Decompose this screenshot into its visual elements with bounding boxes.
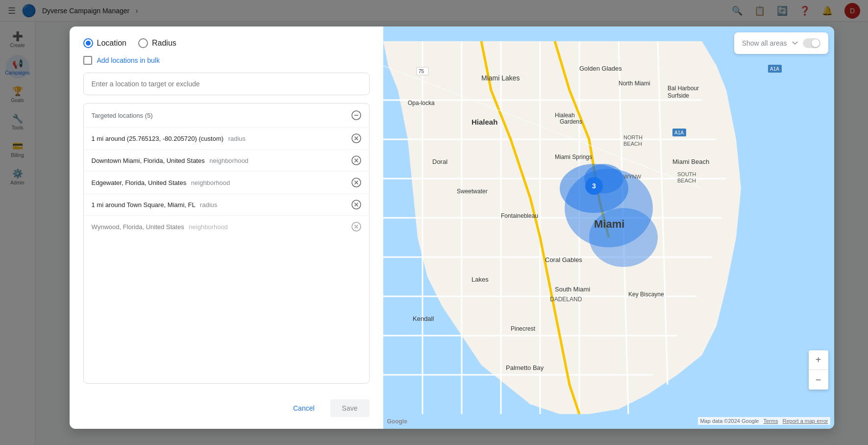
svg-text:Lakes: Lakes	[471, 276, 489, 283]
svg-text:Sweetwater: Sweetwater	[457, 188, 488, 195]
bulk-add-checkbox[interactable]	[83, 56, 92, 65]
svg-text:Miami: Miami	[594, 218, 624, 230]
svg-text:Fontainebleau: Fontainebleau	[501, 212, 538, 219]
remove-location-2-button[interactable]	[351, 156, 361, 165]
location-item-text: 1 mi around (25.765123, -80.205720) (cus…	[92, 135, 246, 142]
svg-text:Miami Beach: Miami Beach	[672, 158, 709, 165]
locations-count-label: Targeted locations (5)	[92, 112, 153, 119]
svg-text:A1A: A1A	[674, 130, 684, 135]
map-svg: Miami Lakes Golden Glades Bal Harbour Su…	[383, 26, 834, 429]
map-attribution: Map data ©2024 Google Terms Report a map…	[698, 417, 830, 425]
svg-text:Key Biscayne: Key Biscayne	[628, 291, 664, 298]
location-search-input[interactable]	[92, 80, 361, 88]
location-item-text: 1 mi around Town Square, Miami, FL radiu…	[92, 201, 218, 209]
svg-text:Bal Harbour: Bal Harbour	[668, 85, 699, 92]
svg-text:75: 75	[419, 69, 424, 74]
table-row: Edgewater, Florida, United States neighb…	[84, 172, 369, 194]
svg-text:A1A: A1A	[770, 66, 779, 72]
table-row: 1 mi around (25.765123, -80.205720) (cus…	[84, 128, 369, 150]
zoom-out-button[interactable]: −	[809, 370, 828, 390]
location-type: radius	[200, 201, 217, 209]
show-all-areas-bar: Show all areas	[734, 32, 828, 54]
location-type: neighborhood	[209, 157, 248, 164]
map-data-label: Map data ©2024 Google	[700, 418, 759, 424]
modal-body: Location Radius Add locations in bulk	[70, 26, 834, 429]
radius-radio-button[interactable]	[138, 38, 148, 48]
location-type: neighborhood	[191, 179, 230, 186]
location-radio-label: Location	[97, 39, 127, 48]
location-search-container[interactable]	[83, 73, 370, 95]
svg-text:Surfside: Surfside	[668, 92, 689, 99]
location-item-text: Wynwood, Florida, United States neighbor…	[92, 223, 228, 231]
svg-text:BEACH: BEACH	[677, 178, 696, 183]
svg-text:Palmetto Bay: Palmetto Bay	[506, 364, 544, 371]
remove-location-5-button[interactable]	[351, 222, 361, 232]
svg-text:Miami Springs: Miami Springs	[555, 154, 592, 160]
radius-radio-label: Radius	[152, 39, 176, 48]
zoom-in-icon: +	[816, 354, 821, 366]
svg-text:Gardens: Gardens	[560, 118, 582, 125]
svg-text:North Miami: North Miami	[619, 80, 650, 87]
zoom-controls: + −	[809, 350, 828, 390]
show-all-areas-label: Show all areas	[742, 39, 787, 47]
remove-location-1-button[interactable]	[351, 133, 361, 143]
svg-point-37	[589, 208, 658, 267]
location-type: radius	[228, 135, 246, 142]
location-type: neighborhood	[189, 223, 228, 231]
table-row: Wynwood, Florida, United States neighbor…	[84, 216, 369, 237]
location-name: 1 mi around (25.765123, -80.205720) (cus…	[92, 135, 224, 142]
show-areas-toggle[interactable]	[803, 38, 820, 48]
remove-all-button[interactable]	[351, 110, 361, 120]
svg-text:3: 3	[592, 182, 596, 190]
svg-text:BEACH: BEACH	[623, 141, 642, 147]
cancel-button[interactable]: Cancel	[283, 399, 324, 417]
location-name: Wynwood, Florida, United States	[92, 223, 184, 231]
location-item-text: Edgewater, Florida, United States neighb…	[92, 179, 230, 186]
zoom-in-button[interactable]: +	[809, 350, 828, 370]
radius-radio-option[interactable]: Radius	[138, 38, 176, 48]
svg-text:SOUTH: SOUTH	[677, 171, 696, 177]
svg-text:Coral Gables: Coral Gables	[545, 256, 582, 263]
targeting-type-radio-group: Location Radius	[83, 38, 370, 48]
location-name: 1 mi around Town Square, Miami, FL	[92, 201, 196, 209]
svg-text:Opa-locka: Opa-locka	[408, 100, 435, 106]
location-radio-option[interactable]: Location	[83, 38, 127, 48]
show-all-areas-dropdown[interactable]	[792, 41, 798, 45]
left-panel: Location Radius Add locations in bulk	[70, 26, 383, 429]
table-row: Downtown Miami, Florida, United States n…	[84, 150, 369, 172]
svg-text:Doral: Doral	[432, 158, 447, 165]
svg-text:Hialeah: Hialeah	[555, 112, 575, 119]
svg-text:Miami Lakes: Miami Lakes	[481, 74, 520, 82]
bulk-add-label: Add locations in bulk	[97, 56, 160, 64]
map-report-link[interactable]: Report a map error	[783, 418, 828, 424]
map-panel: Miami Lakes Golden Glades Bal Harbour Su…	[383, 26, 834, 429]
svg-text:DADELAND: DADELAND	[550, 296, 582, 303]
remove-location-3-button[interactable]	[351, 178, 361, 187]
google-logo: Google	[387, 418, 407, 425]
location-item-text: Downtown Miami, Florida, United States n…	[92, 157, 248, 164]
location-radio-button[interactable]	[83, 38, 93, 48]
table-row: 1 mi around Town Square, Miami, FL radiu…	[84, 194, 369, 216]
targeted-locations-list: Targeted locations (5) 1 mi around (25.7…	[83, 103, 370, 384]
map-terms-link[interactable]: Terms	[763, 418, 778, 424]
remove-location-4-button[interactable]	[351, 200, 361, 209]
map-container[interactable]: Miami Lakes Golden Glades Bal Harbour Su…	[383, 26, 834, 429]
locations-list-header: Targeted locations (5)	[84, 104, 369, 128]
location-name: Downtown Miami, Florida, United States	[92, 157, 205, 164]
svg-text:NORTH: NORTH	[623, 134, 643, 140]
zoom-out-icon: −	[816, 374, 821, 386]
bulk-add-checkbox-row[interactable]: Add locations in bulk	[83, 56, 370, 65]
svg-text:Kendall: Kendall	[413, 315, 434, 322]
svg-text:Hialeah: Hialeah	[471, 118, 497, 126]
svg-text:Golden Glades: Golden Glades	[579, 65, 622, 72]
save-button[interactable]: Save	[330, 399, 370, 417]
svg-text:Pinecrest: Pinecrest	[511, 325, 536, 332]
chevron-down-icon	[792, 41, 798, 45]
location-name: Edgewater, Florida, United States	[92, 179, 187, 186]
location-targeting-modal: Location Radius Add locations in bulk	[70, 26, 834, 429]
svg-text:WYNW: WYNW	[623, 174, 642, 180]
modal-container: Location Radius Add locations in bulk	[35, 22, 868, 445]
svg-text:South Miami: South Miami	[555, 286, 590, 293]
